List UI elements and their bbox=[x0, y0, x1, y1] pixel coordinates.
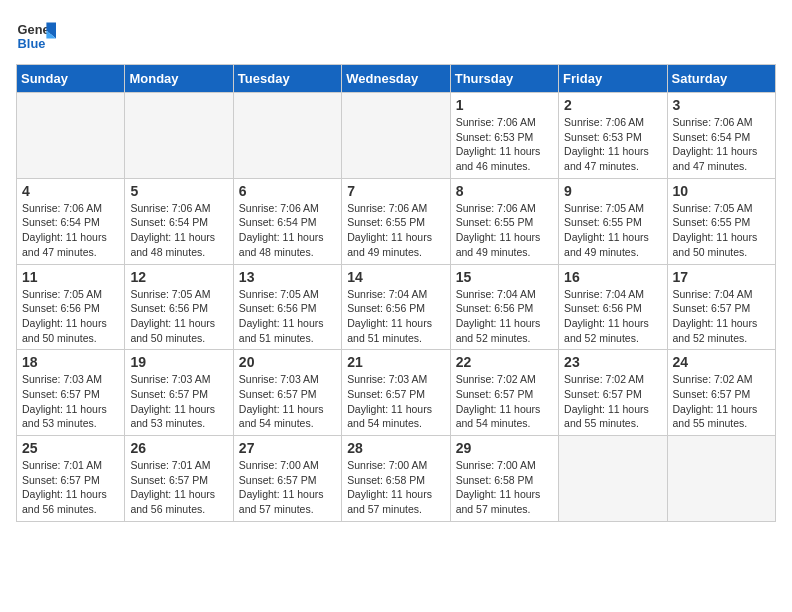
calendar-cell: 29Sunrise: 7:00 AMSunset: 6:58 PMDayligh… bbox=[450, 436, 558, 522]
day-info: Sunrise: 7:05 AMSunset: 6:56 PMDaylight:… bbox=[239, 287, 336, 346]
day-number: 1 bbox=[456, 97, 553, 113]
day-info: Sunrise: 7:02 AMSunset: 6:57 PMDaylight:… bbox=[564, 372, 661, 431]
calendar-cell: 22Sunrise: 7:02 AMSunset: 6:57 PMDayligh… bbox=[450, 350, 558, 436]
calendar-cell: 24Sunrise: 7:02 AMSunset: 6:57 PMDayligh… bbox=[667, 350, 775, 436]
calendar-cell: 11Sunrise: 7:05 AMSunset: 6:56 PMDayligh… bbox=[17, 264, 125, 350]
day-info: Sunrise: 7:05 AMSunset: 6:55 PMDaylight:… bbox=[564, 201, 661, 260]
calendar: SundayMondayTuesdayWednesdayThursdayFrid… bbox=[16, 64, 776, 522]
calendar-cell bbox=[667, 436, 775, 522]
day-info: Sunrise: 7:03 AMSunset: 6:57 PMDaylight:… bbox=[239, 372, 336, 431]
day-number: 13 bbox=[239, 269, 336, 285]
calendar-cell: 27Sunrise: 7:00 AMSunset: 6:57 PMDayligh… bbox=[233, 436, 341, 522]
day-info: Sunrise: 7:00 AMSunset: 6:58 PMDaylight:… bbox=[456, 458, 553, 517]
day-number: 18 bbox=[22, 354, 119, 370]
calendar-cell: 5Sunrise: 7:06 AMSunset: 6:54 PMDaylight… bbox=[125, 178, 233, 264]
day-number: 15 bbox=[456, 269, 553, 285]
day-number: 14 bbox=[347, 269, 444, 285]
day-header-monday: Monday bbox=[125, 65, 233, 93]
calendar-cell: 10Sunrise: 7:05 AMSunset: 6:55 PMDayligh… bbox=[667, 178, 775, 264]
day-info: Sunrise: 7:06 AMSunset: 6:55 PMDaylight:… bbox=[347, 201, 444, 260]
day-info: Sunrise: 7:02 AMSunset: 6:57 PMDaylight:… bbox=[673, 372, 770, 431]
calendar-cell: 13Sunrise: 7:05 AMSunset: 6:56 PMDayligh… bbox=[233, 264, 341, 350]
calendar-cell: 16Sunrise: 7:04 AMSunset: 6:56 PMDayligh… bbox=[559, 264, 667, 350]
day-info: Sunrise: 7:02 AMSunset: 6:57 PMDaylight:… bbox=[456, 372, 553, 431]
day-info: Sunrise: 7:06 AMSunset: 6:54 PMDaylight:… bbox=[673, 115, 770, 174]
day-number: 3 bbox=[673, 97, 770, 113]
day-header-thursday: Thursday bbox=[450, 65, 558, 93]
day-info: Sunrise: 7:04 AMSunset: 6:57 PMDaylight:… bbox=[673, 287, 770, 346]
calendar-cell: 18Sunrise: 7:03 AMSunset: 6:57 PMDayligh… bbox=[17, 350, 125, 436]
day-number: 29 bbox=[456, 440, 553, 456]
calendar-cell: 17Sunrise: 7:04 AMSunset: 6:57 PMDayligh… bbox=[667, 264, 775, 350]
day-number: 12 bbox=[130, 269, 227, 285]
day-number: 22 bbox=[456, 354, 553, 370]
calendar-cell: 26Sunrise: 7:01 AMSunset: 6:57 PMDayligh… bbox=[125, 436, 233, 522]
day-number: 25 bbox=[22, 440, 119, 456]
day-info: Sunrise: 7:01 AMSunset: 6:57 PMDaylight:… bbox=[22, 458, 119, 517]
day-number: 17 bbox=[673, 269, 770, 285]
day-number: 19 bbox=[130, 354, 227, 370]
week-row-4: 25Sunrise: 7:01 AMSunset: 6:57 PMDayligh… bbox=[17, 436, 776, 522]
day-number: 20 bbox=[239, 354, 336, 370]
day-number: 11 bbox=[22, 269, 119, 285]
calendar-cell: 20Sunrise: 7:03 AMSunset: 6:57 PMDayligh… bbox=[233, 350, 341, 436]
header-row: SundayMondayTuesdayWednesdayThursdayFrid… bbox=[17, 65, 776, 93]
week-row-2: 11Sunrise: 7:05 AMSunset: 6:56 PMDayligh… bbox=[17, 264, 776, 350]
day-header-tuesday: Tuesday bbox=[233, 65, 341, 93]
day-number: 2 bbox=[564, 97, 661, 113]
day-number: 16 bbox=[564, 269, 661, 285]
day-header-sunday: Sunday bbox=[17, 65, 125, 93]
day-info: Sunrise: 7:03 AMSunset: 6:57 PMDaylight:… bbox=[22, 372, 119, 431]
day-header-friday: Friday bbox=[559, 65, 667, 93]
calendar-cell: 12Sunrise: 7:05 AMSunset: 6:56 PMDayligh… bbox=[125, 264, 233, 350]
day-header-saturday: Saturday bbox=[667, 65, 775, 93]
day-number: 7 bbox=[347, 183, 444, 199]
day-info: Sunrise: 7:06 AMSunset: 6:54 PMDaylight:… bbox=[239, 201, 336, 260]
calendar-cell bbox=[559, 436, 667, 522]
day-info: Sunrise: 7:04 AMSunset: 6:56 PMDaylight:… bbox=[564, 287, 661, 346]
day-number: 9 bbox=[564, 183, 661, 199]
day-number: 6 bbox=[239, 183, 336, 199]
logo-icon: General Blue bbox=[16, 16, 56, 56]
calendar-cell: 15Sunrise: 7:04 AMSunset: 6:56 PMDayligh… bbox=[450, 264, 558, 350]
day-info: Sunrise: 7:06 AMSunset: 6:53 PMDaylight:… bbox=[564, 115, 661, 174]
calendar-cell: 9Sunrise: 7:05 AMSunset: 6:55 PMDaylight… bbox=[559, 178, 667, 264]
day-number: 23 bbox=[564, 354, 661, 370]
day-info: Sunrise: 7:05 AMSunset: 6:55 PMDaylight:… bbox=[673, 201, 770, 260]
calendar-cell: 6Sunrise: 7:06 AMSunset: 6:54 PMDaylight… bbox=[233, 178, 341, 264]
day-info: Sunrise: 7:00 AMSunset: 6:57 PMDaylight:… bbox=[239, 458, 336, 517]
logo: General Blue bbox=[16, 16, 56, 56]
calendar-cell: 14Sunrise: 7:04 AMSunset: 6:56 PMDayligh… bbox=[342, 264, 450, 350]
day-info: Sunrise: 7:03 AMSunset: 6:57 PMDaylight:… bbox=[130, 372, 227, 431]
week-row-3: 18Sunrise: 7:03 AMSunset: 6:57 PMDayligh… bbox=[17, 350, 776, 436]
day-info: Sunrise: 7:06 AMSunset: 6:53 PMDaylight:… bbox=[456, 115, 553, 174]
header: General Blue bbox=[16, 16, 776, 56]
calendar-cell: 8Sunrise: 7:06 AMSunset: 6:55 PMDaylight… bbox=[450, 178, 558, 264]
day-info: Sunrise: 7:05 AMSunset: 6:56 PMDaylight:… bbox=[22, 287, 119, 346]
calendar-cell: 23Sunrise: 7:02 AMSunset: 6:57 PMDayligh… bbox=[559, 350, 667, 436]
calendar-cell: 2Sunrise: 7:06 AMSunset: 6:53 PMDaylight… bbox=[559, 93, 667, 179]
calendar-cell: 7Sunrise: 7:06 AMSunset: 6:55 PMDaylight… bbox=[342, 178, 450, 264]
calendar-cell: 28Sunrise: 7:00 AMSunset: 6:58 PMDayligh… bbox=[342, 436, 450, 522]
week-row-0: 1Sunrise: 7:06 AMSunset: 6:53 PMDaylight… bbox=[17, 93, 776, 179]
day-number: 28 bbox=[347, 440, 444, 456]
calendar-cell: 25Sunrise: 7:01 AMSunset: 6:57 PMDayligh… bbox=[17, 436, 125, 522]
calendar-cell bbox=[17, 93, 125, 179]
day-info: Sunrise: 7:00 AMSunset: 6:58 PMDaylight:… bbox=[347, 458, 444, 517]
day-number: 21 bbox=[347, 354, 444, 370]
calendar-cell: 21Sunrise: 7:03 AMSunset: 6:57 PMDayligh… bbox=[342, 350, 450, 436]
calendar-cell bbox=[342, 93, 450, 179]
calendar-cell bbox=[233, 93, 341, 179]
day-info: Sunrise: 7:05 AMSunset: 6:56 PMDaylight:… bbox=[130, 287, 227, 346]
calendar-cell: 19Sunrise: 7:03 AMSunset: 6:57 PMDayligh… bbox=[125, 350, 233, 436]
day-number: 24 bbox=[673, 354, 770, 370]
svg-text:Blue: Blue bbox=[18, 36, 46, 51]
day-header-wednesday: Wednesday bbox=[342, 65, 450, 93]
day-info: Sunrise: 7:06 AMSunset: 6:54 PMDaylight:… bbox=[22, 201, 119, 260]
day-info: Sunrise: 7:01 AMSunset: 6:57 PMDaylight:… bbox=[130, 458, 227, 517]
day-number: 27 bbox=[239, 440, 336, 456]
day-info: Sunrise: 7:06 AMSunset: 6:55 PMDaylight:… bbox=[456, 201, 553, 260]
week-row-1: 4Sunrise: 7:06 AMSunset: 6:54 PMDaylight… bbox=[17, 178, 776, 264]
calendar-cell bbox=[125, 93, 233, 179]
day-number: 10 bbox=[673, 183, 770, 199]
